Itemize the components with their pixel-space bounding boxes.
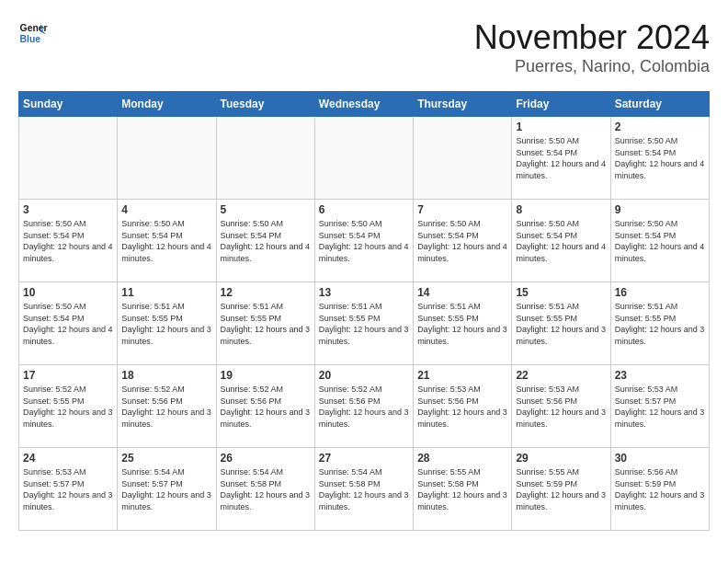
day-info: Sunrise: 5:50 AM Sunset: 5:54 PM Dayligh…: [221, 218, 311, 264]
day-number: 6: [319, 203, 409, 216]
logo-icon: General Blue: [18, 18, 48, 48]
day-info: Sunrise: 5:52 AM Sunset: 5:55 PM Dayligh…: [23, 384, 113, 430]
day-info: Sunrise: 5:50 AM Sunset: 5:54 PM Dayligh…: [319, 218, 409, 264]
weekday-header-friday: Friday: [512, 92, 610, 117]
calendar-cell: [118, 117, 216, 200]
day-info: Sunrise: 5:51 AM Sunset: 5:55 PM Dayligh…: [319, 301, 409, 347]
weekday-header-thursday: Thursday: [414, 92, 512, 117]
day-info: Sunrise: 5:53 AM Sunset: 5:57 PM Dayligh…: [23, 466, 113, 512]
day-info: Sunrise: 5:54 AM Sunset: 5:58 PM Dayligh…: [319, 466, 409, 512]
day-number: 21: [417, 369, 507, 382]
day-info: Sunrise: 5:51 AM Sunset: 5:55 PM Dayligh…: [516, 301, 606, 347]
day-number: 23: [615, 369, 705, 382]
day-number: 15: [516, 286, 606, 299]
calendar-cell: [216, 117, 314, 200]
weekday-header-wednesday: Wednesday: [314, 92, 413, 117]
day-number: 17: [23, 369, 113, 382]
calendar-cell: 25Sunrise: 5:54 AM Sunset: 5:57 PM Dayli…: [118, 448, 216, 531]
weekday-header-saturday: Saturday: [610, 92, 709, 117]
calendar-week-2: 3Sunrise: 5:50 AM Sunset: 5:54 PM Daylig…: [19, 200, 710, 282]
calendar-cell: [314, 117, 413, 200]
day-number: 14: [417, 286, 507, 299]
calendar-cell: 14Sunrise: 5:51 AM Sunset: 5:55 PM Dayli…: [414, 282, 512, 365]
day-info: Sunrise: 5:56 AM Sunset: 5:59 PM Dayligh…: [615, 466, 705, 512]
month-title: November 2024: [474, 18, 710, 57]
day-info: Sunrise: 5:55 AM Sunset: 5:58 PM Dayligh…: [417, 466, 507, 512]
day-number: 12: [221, 286, 311, 299]
page-header: General Blue November 2024 Puerres, Nari…: [18, 18, 710, 76]
calendar-cell: 30Sunrise: 5:56 AM Sunset: 5:59 PM Dayli…: [610, 448, 709, 531]
calendar-cell: 3Sunrise: 5:50 AM Sunset: 5:54 PM Daylig…: [19, 200, 118, 282]
day-number: 13: [319, 286, 409, 299]
day-number: 3: [23, 203, 113, 216]
calendar-week-4: 17Sunrise: 5:52 AM Sunset: 5:55 PM Dayli…: [19, 365, 710, 448]
day-info: Sunrise: 5:50 AM Sunset: 5:54 PM Dayligh…: [615, 218, 705, 264]
day-info: Sunrise: 5:54 AM Sunset: 5:58 PM Dayligh…: [221, 466, 311, 512]
day-number: 19: [221, 369, 311, 382]
day-number: 29: [516, 452, 606, 465]
day-info: Sunrise: 5:50 AM Sunset: 5:54 PM Dayligh…: [23, 218, 113, 264]
calendar-cell: 17Sunrise: 5:52 AM Sunset: 5:55 PM Dayli…: [19, 365, 118, 448]
day-info: Sunrise: 5:52 AM Sunset: 5:56 PM Dayligh…: [121, 384, 211, 430]
calendar-cell: 7Sunrise: 5:50 AM Sunset: 5:54 PM Daylig…: [414, 200, 512, 282]
day-number: 28: [417, 452, 507, 465]
calendar-week-5: 24Sunrise: 5:53 AM Sunset: 5:57 PM Dayli…: [19, 448, 710, 531]
calendar-cell: 20Sunrise: 5:52 AM Sunset: 5:56 PM Dayli…: [314, 365, 413, 448]
calendar-week-3: 10Sunrise: 5:50 AM Sunset: 5:54 PM Dayli…: [19, 282, 710, 365]
day-number: 11: [121, 286, 211, 299]
day-number: 18: [121, 369, 211, 382]
calendar-cell: 4Sunrise: 5:50 AM Sunset: 5:54 PM Daylig…: [118, 200, 216, 282]
calendar-cell: 6Sunrise: 5:50 AM Sunset: 5:54 PM Daylig…: [314, 200, 413, 282]
calendar-cell: 29Sunrise: 5:55 AM Sunset: 5:59 PM Dayli…: [512, 448, 610, 531]
day-info: Sunrise: 5:52 AM Sunset: 5:56 PM Dayligh…: [221, 384, 311, 430]
day-info: Sunrise: 5:52 AM Sunset: 5:56 PM Dayligh…: [319, 384, 409, 430]
day-info: Sunrise: 5:51 AM Sunset: 5:55 PM Dayligh…: [417, 301, 507, 347]
calendar-cell: 19Sunrise: 5:52 AM Sunset: 5:56 PM Dayli…: [216, 365, 314, 448]
calendar-cell: 11Sunrise: 5:51 AM Sunset: 5:55 PM Dayli…: [118, 282, 216, 365]
calendar-cell: 24Sunrise: 5:53 AM Sunset: 5:57 PM Dayli…: [19, 448, 118, 531]
day-info: Sunrise: 5:50 AM Sunset: 5:54 PM Dayligh…: [417, 218, 507, 264]
calendar-cell: 22Sunrise: 5:53 AM Sunset: 5:56 PM Dayli…: [512, 365, 610, 448]
calendar-cell: 16Sunrise: 5:51 AM Sunset: 5:55 PM Dayli…: [610, 282, 709, 365]
calendar-cell: 28Sunrise: 5:55 AM Sunset: 5:58 PM Dayli…: [414, 448, 512, 531]
calendar-cell: 21Sunrise: 5:53 AM Sunset: 5:56 PM Dayli…: [414, 365, 512, 448]
day-info: Sunrise: 5:50 AM Sunset: 5:54 PM Dayligh…: [516, 218, 606, 264]
day-number: 26: [221, 452, 311, 465]
day-number: 7: [417, 203, 507, 216]
calendar-table: SundayMondayTuesdayWednesdayThursdayFrid…: [18, 91, 710, 531]
calendar-cell: 27Sunrise: 5:54 AM Sunset: 5:58 PM Dayli…: [314, 448, 413, 531]
day-info: Sunrise: 5:51 AM Sunset: 5:55 PM Dayligh…: [615, 301, 705, 347]
day-info: Sunrise: 5:55 AM Sunset: 5:59 PM Dayligh…: [516, 466, 606, 512]
calendar-cell: 13Sunrise: 5:51 AM Sunset: 5:55 PM Dayli…: [314, 282, 413, 365]
day-number: 4: [121, 203, 211, 216]
day-info: Sunrise: 5:50 AM Sunset: 5:54 PM Dayligh…: [615, 135, 705, 181]
svg-text:Blue: Blue: [20, 34, 41, 44]
day-info: Sunrise: 5:53 AM Sunset: 5:56 PM Dayligh…: [417, 384, 507, 430]
day-info: Sunrise: 5:54 AM Sunset: 5:57 PM Dayligh…: [121, 466, 211, 512]
day-info: Sunrise: 5:51 AM Sunset: 5:55 PM Dayligh…: [121, 301, 211, 347]
weekday-header-tuesday: Tuesday: [216, 92, 314, 117]
day-number: 1: [516, 121, 606, 133]
calendar-cell: 23Sunrise: 5:53 AM Sunset: 5:57 PM Dayli…: [610, 365, 709, 448]
calendar-cell: 10Sunrise: 5:50 AM Sunset: 5:54 PM Dayli…: [19, 282, 118, 365]
day-number: 24: [23, 452, 113, 465]
day-info: Sunrise: 5:53 AM Sunset: 5:56 PM Dayligh…: [516, 384, 606, 430]
day-number: 8: [516, 203, 606, 216]
day-number: 2: [615, 121, 705, 133]
calendar-cell: 9Sunrise: 5:50 AM Sunset: 5:54 PM Daylig…: [610, 200, 709, 282]
calendar-cell: 18Sunrise: 5:52 AM Sunset: 5:56 PM Dayli…: [118, 365, 216, 448]
calendar-cell: 8Sunrise: 5:50 AM Sunset: 5:54 PM Daylig…: [512, 200, 610, 282]
calendar-cell: [414, 117, 512, 200]
day-number: 10: [23, 286, 113, 299]
logo: General Blue: [18, 18, 48, 48]
day-info: Sunrise: 5:50 AM Sunset: 5:54 PM Dayligh…: [516, 135, 606, 181]
day-info: Sunrise: 5:50 AM Sunset: 5:54 PM Dayligh…: [121, 218, 211, 264]
day-info: Sunrise: 5:53 AM Sunset: 5:57 PM Dayligh…: [615, 384, 705, 430]
title-area: November 2024 Puerres, Narino, Colombia: [474, 18, 710, 76]
calendar-cell: 12Sunrise: 5:51 AM Sunset: 5:55 PM Dayli…: [216, 282, 314, 365]
calendar-cell: [19, 117, 118, 200]
day-info: Sunrise: 5:50 AM Sunset: 5:54 PM Dayligh…: [23, 301, 113, 347]
day-info: Sunrise: 5:51 AM Sunset: 5:55 PM Dayligh…: [221, 301, 311, 347]
day-number: 25: [121, 452, 211, 465]
weekday-header-sunday: Sunday: [19, 92, 118, 117]
